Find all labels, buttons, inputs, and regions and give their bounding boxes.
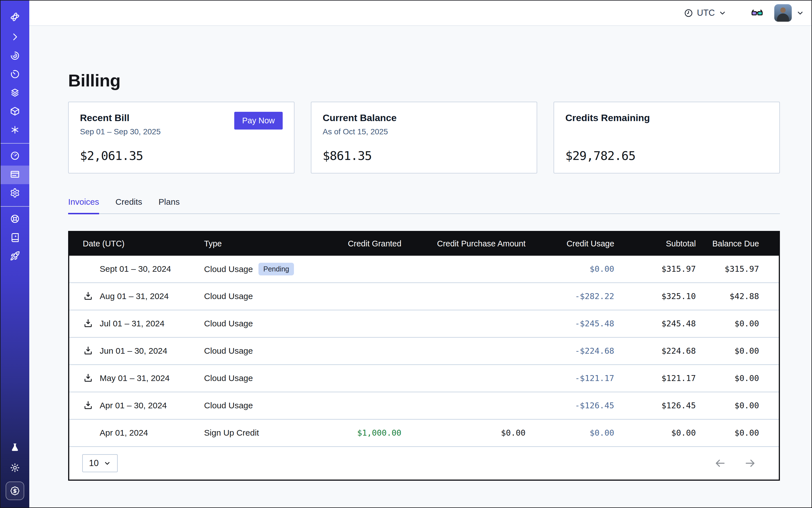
sidebar-item-monitor[interactable] xyxy=(1,47,29,65)
rocket-icon xyxy=(10,251,20,262)
credit-usage-value: -$224.68 xyxy=(575,346,614,356)
invoice-type: Cloud Usage xyxy=(204,401,253,410)
account-menu-button[interactable] xyxy=(796,9,804,17)
invoice-type: Sign Up Credit xyxy=(204,428,259,437)
download-slot xyxy=(83,427,93,438)
helm-icon xyxy=(10,214,20,225)
app-window: UTC Billing Recent Bill Sep 01 – Sep 3 xyxy=(0,0,812,508)
credits-remaining-subtitle xyxy=(565,127,650,137)
column-header-credit-usage: Credit Usage xyxy=(534,232,623,256)
reader-mode-button[interactable] xyxy=(751,6,764,19)
download-invoice-button[interactable] xyxy=(83,318,93,329)
sidebar-item-rocket[interactable] xyxy=(1,247,29,266)
current-balance-title: Current Balance xyxy=(323,112,397,123)
billing-tabs: Invoices Credits Plans xyxy=(68,197,780,214)
sidebar-credits-button[interactable] xyxy=(6,481,24,500)
balance-due-value: $315.97 xyxy=(725,264,759,274)
balance-due-value: $0.00 xyxy=(735,401,759,410)
table-footer: 10 xyxy=(69,446,779,479)
column-header-credit-purchase-amount: Credit Purchase Amount xyxy=(410,232,534,256)
invoices-table: Date (UTC)TypeCredit GrantedCredit Purch… xyxy=(69,232,779,446)
sidebar-item-asterisk[interactable] xyxy=(1,121,29,140)
sidebar-item-docs[interactable] xyxy=(1,229,29,247)
arrow-right-icon xyxy=(744,457,756,469)
docs-icon xyxy=(10,232,20,244)
download-invoice-button[interactable] xyxy=(83,291,93,302)
download-slot xyxy=(83,263,93,274)
recent-bill-period: Sep 01 – Sep 30, 2025 xyxy=(80,127,161,137)
page-title: Billing xyxy=(68,71,780,90)
invoice-row: Apr 01 – 30, 2024Cloud Usage-$126.45$126… xyxy=(69,392,779,419)
invoice-type: Cloud Usage xyxy=(204,373,253,383)
page-size-select[interactable]: 10 xyxy=(82,454,118,472)
sidebar-item-chevron-right[interactable] xyxy=(1,28,29,47)
invoice-row: Jun 01 – 30, 2024Cloud Usage-$224.68$224… xyxy=(69,337,779,365)
sidebar-item-flask[interactable] xyxy=(1,441,29,454)
sidebar-item-cube[interactable] xyxy=(1,102,29,121)
chevron-down-icon xyxy=(103,460,111,467)
invoice-type: Cloud Usage xyxy=(204,291,253,301)
invoice-type: Cloud Usage xyxy=(204,264,253,274)
avatar[interactable] xyxy=(774,4,792,22)
invoices-table-container: Date (UTC)TypeCredit GrantedCredit Purch… xyxy=(68,231,780,481)
topbar: UTC xyxy=(29,1,811,26)
invoice-date: Jun 01 – 30, 2024 xyxy=(100,346,167,356)
sidebar-bottom xyxy=(1,441,29,507)
subtotal-value: $325.10 xyxy=(661,291,696,301)
sidebar-item-billing[interactable] xyxy=(1,166,29,184)
sidebar-divider xyxy=(1,206,29,207)
credit-usage-value: $0.00 xyxy=(590,428,614,437)
balance-due-value: $0.00 xyxy=(735,319,759,328)
credit-purchase-value: $0.00 xyxy=(501,428,525,437)
current-balance-amount: $861.35 xyxy=(323,149,525,163)
badge-dollar-icon xyxy=(10,486,20,496)
download-invoice-button[interactable] xyxy=(83,345,93,356)
invoice-type: Cloud Usage xyxy=(204,319,253,328)
recent-bill-card: Recent Bill Sep 01 – Sep 30, 2025 Pay No… xyxy=(68,102,295,173)
chevron-down-icon xyxy=(796,9,804,17)
sidebar xyxy=(1,1,29,507)
billing-icon xyxy=(10,169,20,180)
app-logo xyxy=(1,9,29,26)
timezone-selector[interactable]: UTC xyxy=(684,8,726,18)
tab-plans[interactable]: Plans xyxy=(159,197,180,214)
credit-usage-value: $0.00 xyxy=(590,264,614,274)
sidebar-item-history[interactable] xyxy=(1,65,29,84)
page-size-value: 10 xyxy=(89,458,98,468)
sidebar-divider xyxy=(1,143,29,143)
table-header-row: Date (UTC)TypeCredit GrantedCredit Purch… xyxy=(69,232,779,256)
monitor-icon xyxy=(10,50,20,62)
balance-due-value: $0.00 xyxy=(735,346,759,356)
subtotal-value: $224.68 xyxy=(661,346,696,356)
invoice-type: Cloud Usage xyxy=(204,346,253,355)
subtotal-value: $315.97 xyxy=(661,264,696,274)
recent-bill-title: Recent Bill xyxy=(80,112,161,123)
subtotal-value: $0.00 xyxy=(671,428,696,437)
download-invoice-button[interactable] xyxy=(83,373,93,384)
status-badge: Pending xyxy=(258,263,294,276)
glasses-icon xyxy=(751,6,764,19)
sidebar-item-helm[interactable] xyxy=(1,210,29,229)
sidebar-item-gauge[interactable] xyxy=(1,147,29,166)
credits-remaining-title: Credits Remaining xyxy=(565,112,650,123)
previous-page-button[interactable] xyxy=(714,457,726,469)
invoice-date: Apr 01 – 30, 2024 xyxy=(100,401,167,410)
sidebar-item-theme[interactable] xyxy=(1,461,29,474)
sidebar-item-settings[interactable] xyxy=(1,184,29,203)
tab-invoices[interactable]: Invoices xyxy=(68,197,99,214)
current-balance-card: Current Balance As of Oct 15, 2025 $861.… xyxy=(311,102,537,173)
invoice-row: Aug 01 – 31, 2024Cloud Usage-$282.22$325… xyxy=(69,283,779,310)
tab-credits[interactable]: Credits xyxy=(116,197,142,214)
gauge-icon xyxy=(10,151,20,162)
invoice-date: Apr 01, 2024 xyxy=(100,428,148,437)
column-header-date-utc-: Date (UTC) xyxy=(69,232,204,256)
next-page-button[interactable] xyxy=(744,457,756,469)
subtotal-value: $245.48 xyxy=(661,319,696,328)
pay-now-button[interactable]: Pay Now xyxy=(234,112,283,130)
subtotal-value: $121.17 xyxy=(661,373,696,383)
current-balance-asof: As of Oct 15, 2025 xyxy=(323,127,397,137)
billing-page: Billing Recent Bill Sep 01 – Sep 30, 202… xyxy=(29,26,811,507)
sidebar-item-layers[interactable] xyxy=(1,84,29,102)
summary-cards: Recent Bill Sep 01 – Sep 30, 2025 Pay No… xyxy=(68,102,780,173)
download-invoice-button[interactable] xyxy=(83,400,93,411)
